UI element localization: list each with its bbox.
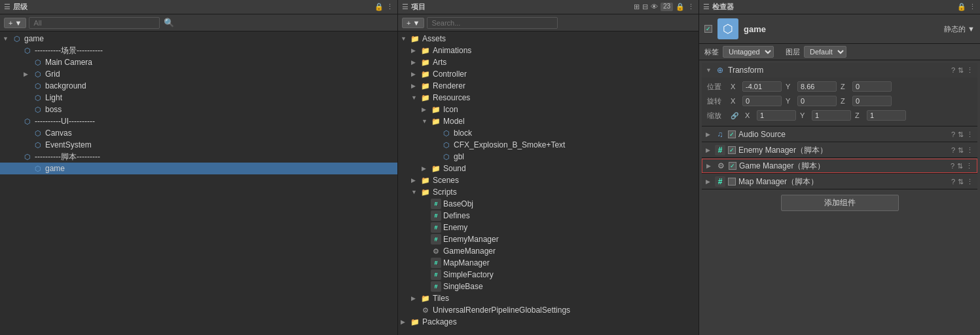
rot-x-input[interactable] bbox=[742, 96, 782, 106]
component-more-icon[interactable]: ⋮ bbox=[966, 130, 973, 139]
component-header-audio_source[interactable]: ▶ ♫ ✓ Audio Source ? ⇅ ⋮ bbox=[702, 127, 977, 142]
project-item-label: Assets bbox=[422, 34, 446, 43]
project-item-singlebase[interactable]: # SingleBase bbox=[398, 281, 699, 292]
project-item-packages[interactable]: ▶ 📁 Packages bbox=[398, 316, 699, 328]
project-lock-icon[interactable]: 🔒 bbox=[676, 3, 685, 11]
project-item-enemymanager[interactable]: # EnemyManager bbox=[398, 233, 699, 245]
component-settings-icon[interactable]: ⇅ bbox=[958, 146, 964, 155]
hierarchy-item-canvas[interactable]: ⬡ Canvas bbox=[0, 127, 397, 139]
scale-y-input[interactable] bbox=[812, 110, 851, 121]
gameobject-active-checkbox[interactable]: ✓ bbox=[704, 25, 712, 33]
component-more-icon[interactable]: ⋮ bbox=[966, 162, 973, 170]
hierarchy-item-light[interactable]: ⬡ Light bbox=[0, 92, 397, 104]
hierarchy-item-boss[interactable]: ⬡ boss bbox=[0, 104, 397, 115]
project-item-cfx[interactable]: ⬡ CFX_Explosion_B_Smoke+Text bbox=[398, 139, 699, 151]
project-item-tiles[interactable]: ▶ 📁 Tiles bbox=[398, 292, 699, 304]
component-checkbox-game_manager[interactable]: ✓ bbox=[729, 162, 736, 170]
scale-z-input[interactable] bbox=[867, 110, 906, 121]
transform-header[interactable]: ▼ ⊕ Transform ? ⇅ ⋮ bbox=[702, 63, 977, 77]
project-item-arts[interactable]: ▶ 📁 Arts bbox=[398, 56, 699, 68]
component-more-icon[interactable]: ⋮ bbox=[966, 146, 973, 155]
inspector-content: ▼ ⊕ Transform ? ⇅ ⋮ 位置 X Y bbox=[699, 60, 980, 335]
tag-select[interactable]: Untagged bbox=[723, 46, 774, 58]
component-settings-icon[interactable]: ⇅ bbox=[958, 178, 964, 186]
project-item-renderer[interactable]: ▶ 📁 Renderer bbox=[398, 80, 699, 92]
component-help-icon[interactable]: ? bbox=[951, 178, 955, 186]
project-more-icon[interactable]: ⋮ bbox=[687, 3, 695, 11]
pos-y-input[interactable] bbox=[797, 81, 837, 92]
pos-x-input[interactable] bbox=[742, 81, 782, 92]
inspector-lock-icon[interactable]: 🔒 bbox=[957, 3, 966, 11]
project-item-gbl[interactable]: ⬡ gbl bbox=[398, 151, 699, 163]
project-item-animations[interactable]: ▶ 📁 Animations bbox=[398, 45, 699, 56]
project-item-simplefactory[interactable]: # SimpleFactory bbox=[398, 269, 699, 281]
component-settings-icon[interactable]: ⇅ bbox=[957, 162, 963, 170]
project-icon2[interactable]: ⊟ bbox=[642, 3, 648, 11]
project-item-urpgs[interactable]: ⚙ UniversalRenderPipelineGlobalSettings bbox=[398, 304, 699, 316]
component-header-enemy_manager[interactable]: ▶ # ✓ Enemy Manager（脚本） ? ⇅ ⋮ bbox=[702, 143, 977, 157]
component-help-icon[interactable]: ? bbox=[951, 146, 955, 155]
hierarchy-item-eventsystem[interactable]: ⬡ EventSystem bbox=[0, 139, 397, 151]
transform-more-icon[interactable]: ⋮ bbox=[966, 66, 973, 75]
component-title-game_manager: Game Manager（脚本） bbox=[739, 161, 948, 172]
rot-z-input[interactable] bbox=[852, 96, 892, 106]
component-help-icon[interactable]: ? bbox=[951, 162, 954, 170]
project-item-baseobj[interactable]: # BaseObj bbox=[398, 198, 699, 210]
project-item-block[interactable]: ⬡ block bbox=[398, 127, 699, 139]
hierarchy-item-background[interactable]: ⬡ background bbox=[0, 80, 397, 92]
hierarchy-search-icon[interactable]: 🔍 bbox=[162, 18, 175, 28]
cube-icon: ⬡ bbox=[33, 163, 43, 174]
hierarchy-item-scene[interactable]: ⬡ ----------场景---------- bbox=[0, 45, 397, 56]
hierarchy-item-script[interactable]: ⬡ ----------脚本--------- bbox=[0, 151, 397, 163]
project-item-scenes[interactable]: ▶ 📁 Scenes bbox=[398, 174, 699, 186]
project-icon1[interactable]: ⊞ bbox=[634, 3, 640, 11]
project-item-enemy[interactable]: # Enemy bbox=[398, 222, 699, 233]
static-label[interactable]: 静态的 ▼ bbox=[944, 24, 975, 34]
add-component-button[interactable]: 添加组件 bbox=[781, 195, 899, 211]
project-item-controller[interactable]: ▶ 📁 Controller bbox=[398, 68, 699, 80]
project-item-gamemanager[interactable]: ⚙ GameManager bbox=[398, 245, 699, 257]
pos-z-input[interactable] bbox=[852, 81, 892, 92]
inspector-more-icon[interactable]: ⋮ bbox=[969, 3, 976, 11]
component-checkbox-map_manager[interactable] bbox=[728, 178, 736, 186]
transform-help-icon[interactable]: ? bbox=[951, 66, 955, 75]
hierarchy-item-game[interactable]: ▼ ⬡ game bbox=[0, 33, 397, 45]
component-header-map_manager[interactable]: ▶ # Map Manager（脚本） ? ⇅ ⋮ bbox=[702, 174, 977, 189]
project-item-model[interactable]: ▼ 📁 Model bbox=[398, 115, 699, 127]
scale-x-input[interactable] bbox=[757, 110, 796, 121]
project-search-input[interactable] bbox=[427, 17, 558, 29]
transform-settings-icon[interactable]: ⇅ bbox=[958, 66, 964, 75]
hierarchy-item-maincamera[interactable]: ⬡ Main Camera bbox=[0, 56, 397, 68]
project-item-scripts[interactable]: ▼ 📁 Scripts bbox=[398, 186, 699, 198]
project-tree: ▼ 📁 Assets ▶ 📁 Animations ▶ 📁 Arts ▶ 📁 C… bbox=[398, 31, 699, 335]
tree-arrow: ▶ bbox=[411, 59, 420, 66]
component-checkbox-audio_source[interactable]: ✓ bbox=[728, 130, 736, 138]
component-settings-icon[interactable]: ⇅ bbox=[958, 130, 964, 139]
layer-select[interactable]: Default bbox=[804, 46, 846, 58]
rot-y-input[interactable] bbox=[797, 96, 837, 106]
hierarchy-lock-icon[interactable]: 🔒 bbox=[374, 3, 384, 11]
component-more-icon[interactable]: ⋮ bbox=[966, 178, 973, 186]
project-item-label: EnemyManager bbox=[443, 235, 499, 244]
component-help-icon[interactable]: ? bbox=[951, 130, 955, 139]
project-item-resources[interactable]: ▼ 📁 Resources bbox=[398, 92, 699, 104]
hierarchy-item-grid[interactable]: ▶ ⬡ Grid bbox=[0, 68, 397, 80]
project-item-defines[interactable]: # Defines bbox=[398, 210, 699, 222]
tree-item-label: Grid bbox=[45, 69, 60, 79]
component-checkbox-enemy_manager[interactable]: ✓ bbox=[728, 146, 736, 154]
project-item-label: Sound bbox=[443, 164, 466, 173]
hierarchy-item-game2[interactable]: ⬡ game bbox=[0, 163, 397, 174]
hierarchy-item-ui[interactable]: ⬡ ----------UI---------- bbox=[0, 115, 397, 127]
hierarchy-search-input[interactable] bbox=[29, 17, 160, 29]
hierarchy-add-button[interactable]: + ▼ bbox=[4, 18, 26, 28]
project-item-icon[interactable]: ▶ 📁 Icon bbox=[398, 104, 699, 115]
project-title: 项目 bbox=[411, 2, 426, 12]
project-item-sound[interactable]: ▶ 📁 Sound bbox=[398, 163, 699, 174]
project-add-button[interactable]: + ▼ bbox=[402, 18, 424, 28]
project-eye-icon[interactable]: 👁 bbox=[651, 3, 658, 11]
gameobject-name[interactable]: game bbox=[744, 24, 939, 34]
project-item-mapmanager[interactable]: # MapManager bbox=[398, 257, 699, 269]
hierarchy-more-icon[interactable]: ⋮ bbox=[386, 3, 393, 11]
project-item-assets[interactable]: ▼ 📁 Assets bbox=[398, 33, 699, 45]
component-header-game_manager[interactable]: ▶ ⚙ ✓ Game Manager（脚本） ? ⇅ ⋮ bbox=[702, 159, 977, 173]
